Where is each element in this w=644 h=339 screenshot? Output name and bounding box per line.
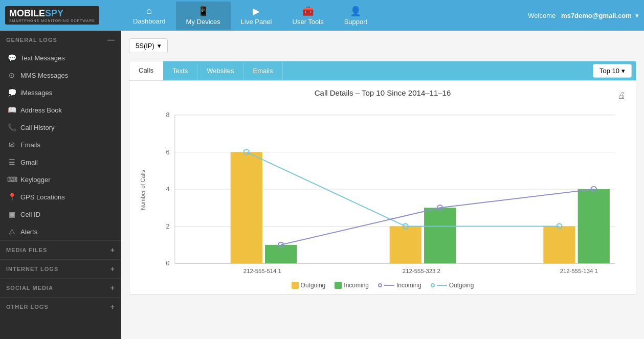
logo-mobile: MOBILE	[9, 8, 45, 18]
chevron-down-icon: ▾	[158, 42, 161, 50]
support-icon: 👤	[350, 6, 361, 17]
nav-my-devices[interactable]: 📱 My Devices	[176, 2, 231, 30]
phone-call-icon: 📞	[7, 123, 16, 131]
sidebar-item-call-history[interactable]: 📞 Call History	[0, 119, 121, 136]
legend-outgoing-line: Outgoing	[431, 282, 474, 289]
svg-text:0: 0	[166, 260, 170, 267]
pin-icon: 📍	[7, 193, 16, 201]
legend-incoming-bar-label: Incoming	[344, 282, 369, 289]
keyboard-icon: ⌨	[7, 175, 16, 184]
sidebar-item-alerts[interactable]: ⚠ Alerts	[0, 223, 121, 240]
user-email: ms7demo@gmail.com	[561, 12, 632, 19]
imessage-icon: 💭	[7, 88, 16, 97]
sidebar: GENERAL LOGS — 💬 Text Messages ⊙ MMS Mes…	[0, 31, 121, 339]
logo-box: MOBILESPY SMARTPHONE MONITORING SOFTWARE	[5, 6, 99, 25]
nav-user-tools[interactable]: 🧰 User Tools	[282, 2, 334, 30]
sidebar-item-imessages[interactable]: 💭 iMessages	[0, 84, 121, 101]
legend-outgoing-bar: Outgoing	[292, 282, 326, 289]
logo-spy: SPY	[45, 8, 63, 18]
legend-incoming-bar: Incoming	[335, 282, 369, 289]
other-logs-label: OTHER LOGS	[6, 304, 49, 310]
sidebar-section-internet-logs[interactable]: INTERNET LOGS +	[0, 259, 121, 278]
address-book-icon: 📖	[7, 106, 16, 114]
bar-outgoing-3	[543, 227, 575, 264]
gmail-icon: ☰	[7, 158, 16, 166]
nav-dashboard[interactable]: ⌂ Dashboard	[123, 2, 176, 29]
nav-user-tools-label: User Tools	[293, 18, 324, 26]
phone-icon: 📱	[197, 6, 209, 17]
sidebar-section-media-files[interactable]: MEDIA FILES +	[0, 240, 121, 259]
svg-text:212-555-514 1: 212-555-514 1	[243, 268, 281, 274]
other-logs-expand-icon[interactable]: +	[110, 303, 115, 311]
sidebar-section-social-media[interactable]: SOCIAL MEDIA +	[0, 278, 121, 297]
sidebar-item-keylogger[interactable]: ⌨ Keylogger	[0, 171, 121, 188]
welcome-area: Welcome ms7demo@gmail.com ▾	[528, 12, 639, 19]
nav-live-panel[interactable]: ▶ Live Panel	[231, 2, 282, 30]
nav-items: ⌂ Dashboard 📱 My Devices ▶ Live Panel 🧰 …	[123, 2, 528, 30]
svg-text:4: 4	[166, 186, 170, 193]
alert-icon: ⚠	[7, 228, 16, 236]
chart-container: Call Details – Top 10 Since 2014–11–16 🖨…	[129, 81, 636, 294]
bar-outgoing-2	[390, 227, 421, 264]
legend-outgoing-bar-label: Outgoing	[301, 282, 326, 289]
chart-svg: 8 6 4 2 0	[148, 102, 626, 278]
svg-text:212-555-134 1: 212-555-134 1	[560, 268, 598, 274]
internet-logs-expand-icon[interactable]: +	[110, 265, 115, 273]
tab-websites[interactable]: Websites	[197, 62, 243, 80]
legend-incoming-line-circle	[378, 283, 382, 287]
svg-text:8: 8	[166, 111, 170, 119]
content-area: 5S(IP) ▾ Calls Texts Websites Emails Top…	[121, 31, 644, 339]
device-dropdown-button[interactable]: 5S(IP) ▾	[129, 38, 168, 53]
nav-dashboard-label: Dashboard	[133, 17, 166, 25]
top10-chevron-icon: ▾	[621, 67, 625, 75]
tab-calls[interactable]: Calls	[129, 61, 163, 80]
sidebar-section-general-logs[interactable]: GENERAL LOGS —	[0, 31, 121, 49]
legend-incoming-line-label: Incoming	[396, 282, 421, 289]
legend-incoming-line-line	[384, 285, 394, 286]
nav-support-label: Support	[344, 18, 368, 26]
play-icon: ▶	[253, 6, 260, 17]
tabs-header: Calls Texts Websites Emails Top 10 ▾	[129, 61, 636, 81]
sidebar-item-gmail[interactable]: ☰ Gmail	[0, 153, 121, 171]
mms-icon: ⊙	[7, 71, 16, 79]
chart-legend: Outgoing Incoming Incoming Outgoi	[140, 282, 626, 289]
logo-subtitle: SMARTPHONE MONITORING SOFTWARE	[9, 19, 95, 22]
legend-outgoing-line-circle	[431, 283, 435, 287]
chat-icon: 💬	[7, 54, 16, 62]
device-name: 5S(IP)	[136, 42, 154, 50]
media-files-label: MEDIA FILES	[6, 247, 47, 253]
sidebar-section-other-logs[interactable]: OTHER LOGS +	[0, 297, 121, 316]
main-layout: GENERAL LOGS — 💬 Text Messages ⊙ MMS Mes…	[0, 31, 644, 339]
social-media-expand-icon[interactable]: +	[110, 284, 115, 292]
legend-outgoing-line-label: Outgoing	[449, 282, 474, 289]
y-axis-label: Number of Calls	[140, 102, 146, 278]
media-files-expand-icon[interactable]: +	[110, 246, 115, 254]
sidebar-item-address-book[interactable]: 📖 Address Book	[0, 101, 121, 119]
email-icon: ✉	[7, 141, 16, 149]
internet-logs-label: INTERNET LOGS	[6, 266, 58, 272]
social-media-label: SOCIAL MEDIA	[6, 285, 53, 291]
print-icon[interactable]: 🖨	[617, 91, 626, 100]
nav-support[interactable]: 👤 Support	[334, 2, 378, 30]
sidebar-item-emails[interactable]: ✉ Emails	[0, 136, 121, 153]
tab-texts[interactable]: Texts	[163, 62, 197, 80]
legend-incoming-bar-box	[335, 282, 342, 289]
nav-my-devices-label: My Devices	[186, 18, 220, 26]
bar-incoming-2	[424, 208, 456, 263]
sidebar-item-text-messages[interactable]: 💬 Text Messages	[0, 49, 121, 66]
logo-area: MOBILESPY SMARTPHONE MONITORING SOFTWARE	[5, 6, 123, 25]
top10-button[interactable]: Top 10 ▾	[593, 64, 632, 78]
tab-emails[interactable]: Emails	[243, 62, 282, 80]
home-icon: ⌂	[146, 6, 152, 16]
sidebar-item-cell-id[interactable]: ▣ Cell ID	[0, 206, 121, 223]
sidebar-item-gps-locations[interactable]: 📍 GPS Locations	[0, 188, 121, 206]
general-logs-collapse-icon[interactable]: —	[107, 36, 115, 44]
svg-text:212-555-323 2: 212-555-323 2	[403, 268, 440, 274]
general-logs-label: GENERAL LOGS	[6, 37, 57, 43]
top-nav: MOBILESPY SMARTPHONE MONITORING SOFTWARE…	[0, 0, 644, 31]
nav-live-panel-label: Live Panel	[241, 18, 272, 26]
sidebar-item-mms-messages[interactable]: ⊙ MMS Messages	[0, 66, 121, 84]
bar-incoming-3	[578, 189, 610, 263]
tools-icon: 🧰	[302, 6, 314, 17]
bar-outgoing-1	[231, 152, 262, 263]
